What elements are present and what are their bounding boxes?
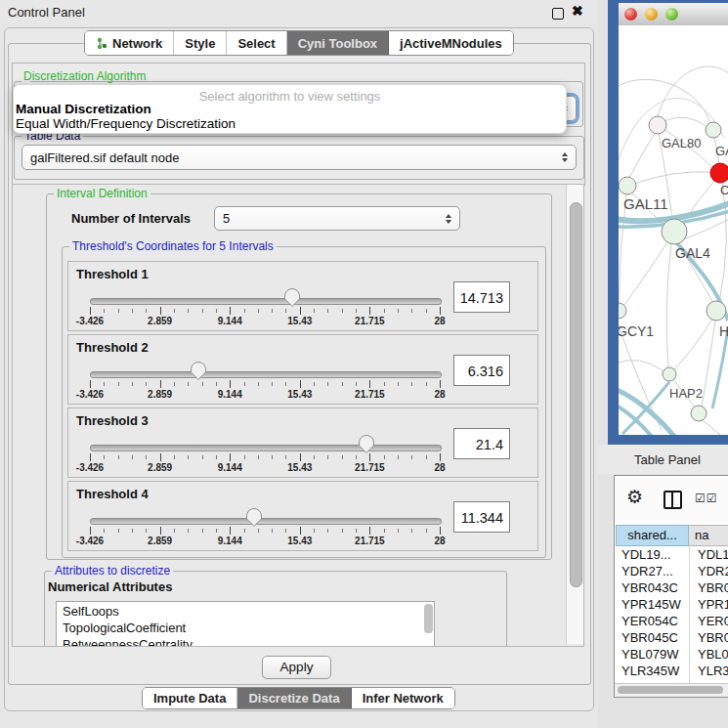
slider-thumb[interactable] [283,287,301,308]
tab-jactivemnodules[interactable]: jActiveMNodules [389,31,513,55]
table-row[interactable]: YBR043CYBR0 [616,579,728,596]
cell-name[interactable]: YPR1 [698,597,728,612]
network-node[interactable] [710,163,728,183]
cell-shared-name[interactable]: YBR045C [621,630,678,645]
threshold-value-field[interactable]: 21.4 [453,428,510,459]
threshold-value-field[interactable]: 14.713 [453,281,510,313]
tick-mark [369,380,370,388]
number-of-intervals-combobox[interactable]: 5 [214,206,460,231]
cell-shared-name[interactable]: YBL079W [621,647,679,662]
slider-thumb[interactable] [358,434,375,454]
threshold-slider[interactable]: -3.4262.8599.14415.4321.71528 [90,262,440,332]
tab-impute-data[interactable]: Impute Data [143,688,237,708]
scrollbar-track[interactable] [566,185,584,644]
slider-track[interactable] [90,518,442,525]
attribute-list-item[interactable]: BetweennessCentrality [63,637,193,647]
network-node[interactable] [663,367,676,381]
gear-icon[interactable]: ⚙ [626,486,643,508]
threshold-slider[interactable]: -3.4262.8599.14415.4321.71528 [90,482,440,552]
threshold-slider[interactable]: -3.4262.8599.14415.4321.71528 [90,335,440,406]
tab-discretize-data[interactable]: Discretize Data [237,688,351,708]
network-node[interactable] [619,177,636,194]
table-row[interactable]: YLR345WYLR3 [616,663,728,679]
cell-shared-name[interactable]: YDR27... [621,564,673,578]
numerical-attributes-list[interactable]: SelfLoopsTopologicalCoefficientBetweenne… [56,601,435,647]
slider-tick-labels: -3.4262.8599.14415.4321.71528 [90,535,440,547]
cell-name[interactable]: YDR2 [698,564,728,578]
cell-shared-name[interactable]: YLR345W [621,664,679,678]
tick-label: 2.859 [148,316,172,326]
tick-mark [132,529,133,533]
network-node[interactable] [691,406,707,421]
close-icon[interactable]: ✖ [572,3,583,19]
tab-style[interactable]: Style [174,31,227,55]
table-row[interactable]: YBL079WYBL0 [616,646,728,663]
cell-shared-name[interactable]: YER054C [621,614,678,628]
table-row[interactable]: YBR045CYBR0 [616,629,728,646]
cell-shared-name[interactable]: YBR043C [621,580,678,595]
cell-name[interactable]: YBR0 [698,630,728,645]
tick-mark [118,309,119,313]
table-panel-title: Table Panel [634,452,701,467]
attribute-list-item[interactable]: SelfLoops [63,604,119,619]
cell-name[interactable]: YLR3 [698,664,728,678]
dropdown-option-equal-width-frequency[interactable]: Equal Width/Frequency Discretization [16,116,236,131]
tab-infer-network[interactable]: Infer Network [352,688,454,708]
list-scrollbar-thumb[interactable] [424,604,433,633]
float-panel-icon[interactable] [552,8,564,20]
table-row[interactable]: YER054CYER0 [616,613,728,629]
network-window-titlebar[interactable] [619,3,728,26]
network-node[interactable] [706,122,721,138]
cell-shared-name[interactable]: YPR145W [621,597,681,612]
slider-track[interactable] [90,298,442,305]
dropdown-option-manual-discretization[interactable]: Manual Discretization [16,102,151,116]
column-header-shared-name[interactable]: shared... [616,525,689,546]
tick-mark [132,382,133,386]
slider-track[interactable] [90,445,442,451]
table-row[interactable]: YDL19...YDL1 [616,546,728,563]
tick-mark [272,455,273,459]
cell-name[interactable]: YBL0 [698,647,728,662]
cell-shared-name[interactable]: YDL19... [621,547,671,562]
slider-thumb[interactable] [190,361,207,381]
tick-mark [411,455,412,459]
close-window-icon[interactable] [624,8,637,21]
threshold-value-field[interactable]: 11.344 [453,501,510,533]
threshold-slider[interactable]: -3.4262.8599.14415.4321.71528 [90,408,440,479]
network-canvas[interactable]: GAL80GACGAL11GAL4GCY1HHAP2 [619,25,728,435]
zoom-window-icon[interactable] [665,8,678,21]
horizontal-scrollbar-track[interactable] [615,683,728,697]
tick-label: -3.426 [76,389,104,400]
column-header-name[interactable]: na [689,525,728,546]
columns-icon[interactable] [664,491,682,509]
apply-button[interactable]: Apply [262,656,331,679]
cell-name[interactable]: YDL1 [698,547,728,562]
network-node[interactable] [649,116,666,134]
table-row[interactable]: YPR145WYPR1 [616,596,728,613]
table-data-combobox[interactable]: galFiltered.sif default node [21,145,577,170]
network-graph[interactable]: GAL80GACGAL11GAL4GCY1HHAP2 [619,25,728,435]
network-node[interactable] [662,219,687,244]
cell-name[interactable]: YER0 [698,614,728,628]
slider-thumb[interactable] [245,507,263,528]
attribute-list-item[interactable]: TopologicalCoefficient [63,621,186,635]
horizontal-scrollbar-thumb[interactable] [618,686,723,694]
minimize-window-icon[interactable] [645,8,658,21]
tab-network[interactable]: Network [85,31,174,55]
tab-cyni-toolbox[interactable]: Cyni Toolbox [287,31,389,55]
table-row[interactable]: YDR27...YDR2 [616,563,728,579]
scrollbar-thumb[interactable] [570,202,582,587]
tick-label: 9.144 [218,389,242,400]
slider-track[interactable] [90,371,442,378]
network-node[interactable] [619,303,626,319]
tick-label: -3.426 [76,535,104,546]
checkbox-icons[interactable]: ☑☑ [695,492,718,505]
threshold-value-field[interactable]: 6.316 [453,355,510,386]
cell-name[interactable]: YBR0 [698,580,728,595]
network-edge [666,244,671,367]
tab-select[interactable]: Select [227,31,286,55]
tick-mark [216,309,217,313]
tick-mark [356,455,357,459]
network-node[interactable] [707,301,726,321]
tick-mark [90,527,91,535]
